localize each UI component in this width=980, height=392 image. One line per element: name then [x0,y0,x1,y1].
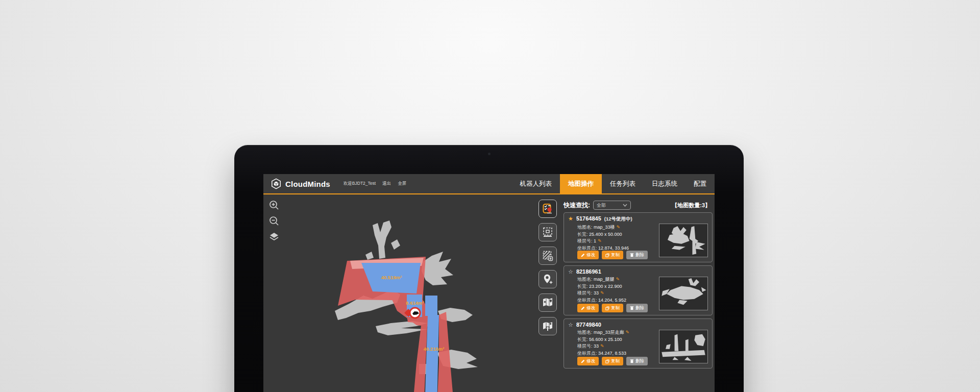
field-label-origin: 坐标原点: [577,298,597,303]
map-origin: 34.247, 8.533 [598,351,626,356]
map-thumbnail [659,330,708,363]
upload-map-icon[interactable] [538,317,557,335]
card-title-row: ☆ 87749840 [568,322,708,328]
card-actions: 修改 复制 删除 [577,304,648,312]
field-label-size: 长宽: [577,232,588,237]
field-label-size: 长宽: [577,337,588,342]
add-area-icon[interactable] [538,247,557,265]
logout-link[interactable]: 退出 [382,181,391,187]
nav-tab-config[interactable]: 配置 [685,174,715,194]
map-size: 23.200 x 22.900 [589,284,622,289]
filter-select-value: 全部 [597,202,623,209]
nav-tabs: 机器人列表 地图操作 任务列表 日志系统 配置 [512,174,715,194]
copy-button[interactable]: 复制 [602,251,623,259]
delete-button[interactable]: 删除 [626,304,648,312]
copy-button[interactable]: 复制 [602,357,623,365]
field-label-name: 地图名: [577,330,593,335]
map-controls [267,199,281,243]
map-marker-icon[interactable] [538,293,557,312]
map-count: 【地图数量:3】 [672,202,710,209]
webcam-dot [488,153,491,155]
pencil-icon[interactable]: ✎ [600,290,604,296]
fullscreen-link[interactable]: 全屏 [398,181,406,187]
layers-icon[interactable] [267,230,281,243]
edit-button[interactable]: 修改 [577,357,599,365]
task-pin-icon[interactable] [538,200,557,218]
pencil-icon[interactable]: ✎ [616,277,620,282]
map-name: map_33层走廊 [594,330,624,335]
map-id: 87749840 [576,322,601,328]
measure-icon[interactable] [538,223,557,241]
cloudminds-logo-icon [271,178,282,189]
card-actions: 修改 复制 删除 [577,251,648,259]
zoom-out-icon[interactable] [267,214,281,228]
star-icon[interactable]: ★ [568,215,573,222]
field-label-size: 长宽: [577,284,588,289]
map-floor: 33 [594,290,599,296]
pencil-icon [581,253,585,257]
nav-tab-map-operations[interactable]: 地图操作 [560,174,602,194]
zoom-in-icon[interactable] [267,199,281,212]
map-thumbnail [659,224,708,257]
delete-button[interactable]: 删除 [626,251,648,259]
map-name: map_33楼 [594,225,615,230]
nav-tab-task-list[interactable]: 任务列表 [602,174,644,194]
area-label-zone2: 8.614m² [406,300,424,306]
map-id: 51764845 [576,215,601,222]
nav-tab-robot-list[interactable]: 机器人列表 [512,174,560,194]
star-icon[interactable]: ☆ [568,268,573,275]
map-card[interactable]: ☆ 82186961 地图名: map_腿腿✎ 长宽: 23.200 x 22.… [564,265,713,315]
field-label-floor: 楼层号: [577,290,593,296]
brand: CloudMinds [271,178,330,189]
edit-button[interactable]: 修改 [577,304,599,312]
trash-icon [630,253,634,257]
trash-icon [630,359,634,363]
delete-button[interactable]: 删除 [626,357,648,365]
copy-button[interactable]: 复制 [602,304,623,312]
add-pin-icon[interactable] [538,270,557,288]
top-navbar: CloudMinds 欢迎BJDT2_Test 退出 全屏 机器人列表 地图操作… [263,174,715,194]
map-status: (12号使用中) [604,216,632,223]
map-card[interactable]: ★ 51764845 (12号使用中) 地图名: map_33楼✎ 长宽: 25… [564,212,713,262]
copy-icon [605,253,609,257]
laptop-frame: CloudMinds 欢迎BJDT2_Test 退出 全屏 机器人列表 地图操作… [234,145,744,392]
quick-search-label: 快速查找: [564,201,590,210]
copy-icon [605,359,609,363]
card-title-row: ★ 51764845 (12号使用中) [568,215,708,223]
pencil-icon[interactable]: ✎ [617,225,621,230]
pencil-icon[interactable]: ✎ [598,238,602,243]
pencil-icon [581,359,585,363]
map-card[interactable]: ☆ 87749840 地图名: map_33层走廊✎ 长宽: 56.600 x … [564,318,713,369]
session-links: 欢迎BJDT2_Test 退出 全屏 [344,181,406,187]
welcome-text: 欢迎BJDT2_Test [344,181,376,187]
area-label-zone1: 40.519m² [381,275,402,280]
map-origin: 12.874, 33.946 [598,246,629,251]
field-label-floor: 楼层号: [577,238,593,243]
map-origin: 14.204, 5.952 [598,298,626,303]
brand-name: CloudMinds [285,180,330,188]
pencil-icon[interactable]: ✎ [626,330,630,335]
field-label-origin: 坐标原点: [577,246,597,251]
edit-button[interactable]: 修改 [577,251,599,259]
map-canvas[interactable]: 40.519m² 8.614m² 40.215m² [263,194,559,392]
field-label-name: 地图名: [577,277,593,282]
card-actions: 修改 复制 删除 [577,357,648,365]
map-size: 56.600 x 25.100 [589,337,622,342]
field-label-origin: 坐标原点: [577,351,597,356]
field-label-floor: 楼层号: [577,344,593,349]
trash-icon [630,306,634,310]
main-content: 40.519m² 8.614m² 40.215m² [263,194,715,392]
pencil-icon[interactable]: ✎ [600,344,604,349]
map-floor: 33 [594,344,599,349]
star-icon[interactable]: ☆ [568,322,573,328]
map-id: 82186961 [576,268,601,275]
pencil-icon [581,306,585,310]
area-label-zone3: 40.215m² [424,346,445,352]
map-tool-sidebar [538,200,557,335]
map-name: map_腿腿 [594,277,615,282]
field-label-name: 地图名: [577,225,593,230]
filter-select[interactable]: 全部 [593,201,631,210]
app-screen: CloudMinds 欢迎BJDT2_Test 退出 全屏 机器人列表 地图操作… [263,174,715,392]
nav-tab-log-system[interactable]: 日志系统 [644,174,685,194]
copy-icon [605,306,609,310]
